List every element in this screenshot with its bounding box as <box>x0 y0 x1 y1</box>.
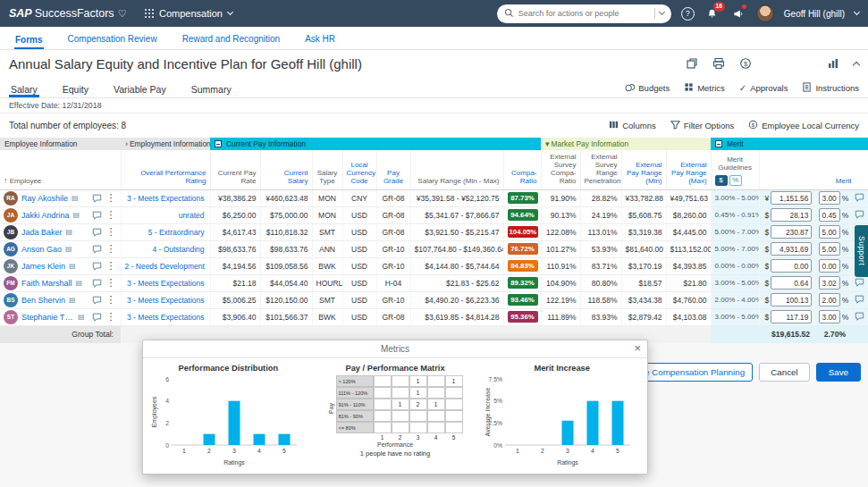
group-market-pay[interactable]: ▾Market Pay Information <box>541 138 711 150</box>
rating-link[interactable]: 3 - Meets Expectations <box>127 194 204 203</box>
comment-icon[interactable] <box>92 296 102 305</box>
col-merit[interactable]: Merit <box>759 150 868 189</box>
expand-group-icon[interactable]: › <box>125 139 128 148</box>
group-employment-info[interactable]: ›Employment Information <box>121 138 210 150</box>
user-avatar[interactable] <box>756 4 774 22</box>
employee-name-link[interactable]: James Klein <box>21 262 65 271</box>
col-salary-range[interactable]: Salary Range (Min - Max) <box>410 150 503 189</box>
row-menu-icon[interactable]: ⋮ <box>105 260 117 272</box>
rating-link[interactable]: 3 - Meets Expectations <box>127 279 204 288</box>
support-tab[interactable]: Support <box>855 225 868 277</box>
merit-percent-input[interactable]: 0.45 <box>819 208 840 222</box>
employee-card-icon[interactable]: ▤ <box>65 245 72 253</box>
col-current-pay-rate[interactable]: Current Pay Rate <box>210 150 260 189</box>
comment-icon[interactable] <box>92 211 102 220</box>
module-switcher[interactable]: Compensation <box>145 8 232 19</box>
employee-local-currency-button[interactable]: $Employee Local Currency <box>748 120 859 131</box>
global-search[interactable] <box>497 4 671 23</box>
print-icon[interactable] <box>712 57 725 70</box>
row-menu-icon[interactable]: ⋮ <box>105 226 117 238</box>
merit-percent-input[interactable]: 3.00 <box>819 310 840 323</box>
employee-name-link[interactable]: Jakki Andrina <box>21 211 70 220</box>
merit-amount-input[interactable]: 0.64 <box>771 276 812 290</box>
row-menu-icon[interactable]: ⋮ <box>105 294 117 306</box>
action-approvals[interactable]: ✓Approvals <box>739 83 788 93</box>
row-menu-icon[interactable]: ⋮ <box>105 311 117 323</box>
insights-chart-icon[interactable] <box>827 57 839 70</box>
filter-options-button[interactable]: Filter Options <box>670 120 735 131</box>
collapse-group-chevron-icon[interactable]: ▾ <box>545 139 550 148</box>
merit-percent-input[interactable]: 2.00 <box>819 293 840 306</box>
nav-item-forms[interactable]: Forms <box>14 30 44 50</box>
merit-amount-input[interactable]: 4,931.69 <box>771 242 812 256</box>
col-external-survey-range-penetration[interactable]: External Survey Range Penetration <box>580 150 621 189</box>
columns-button[interactable]: Columns <box>609 120 656 131</box>
employee-name-link[interactable]: Ben Shervin <box>21 296 65 305</box>
merit-comment-icon[interactable] <box>855 193 864 202</box>
help-icon[interactable]: ? <box>681 7 695 21</box>
nav-item-ask-hr[interactable]: Ask HR <box>304 29 336 49</box>
merit-percent-input[interactable]: 3.02 <box>819 276 840 290</box>
comment-icon[interactable] <box>92 228 102 237</box>
row-menu-icon[interactable]: ⋮ <box>105 243 117 255</box>
employee-card-icon[interactable]: ▤ <box>76 279 83 287</box>
comment-icon[interactable] <box>92 279 102 288</box>
merit-comment-icon[interactable] <box>855 312 864 321</box>
employee-name-link[interactable]: Ray Akoshile <box>21 194 68 203</box>
col-external-pay-range-max[interactable]: External Pay Range (Max) <box>666 150 711 189</box>
user-menu-chevron-icon[interactable] <box>854 9 860 15</box>
col-external-pay-range-min[interactable]: External Pay Range (Min) <box>621 150 666 189</box>
col-current-salary[interactable]: Current Salary <box>260 150 312 189</box>
merit-percent-input[interactable]: 5.00 <box>819 225 840 239</box>
employee-card-icon[interactable]: ▤ <box>72 194 79 202</box>
employee-card-icon[interactable]: ▤ <box>66 228 73 236</box>
row-menu-icon[interactable]: ⋮ <box>105 277 117 289</box>
rating-link[interactable]: 4 - Outstanding <box>152 245 204 254</box>
merit-percent-input[interactable]: 3.00 <box>819 191 840 205</box>
col-salary-type[interactable]: Salary Type <box>312 150 342 189</box>
tab-variable-pay[interactable]: Variable Pay <box>112 81 168 97</box>
search-scope-chevron-icon[interactable] <box>659 9 665 15</box>
merit-amount-input[interactable]: 0.00 <box>771 259 812 273</box>
close-icon[interactable]: × <box>634 341 641 355</box>
group-current-pay[interactable]: Current Pay Information <box>210 138 541 150</box>
collapse-header-icon[interactable] <box>854 60 859 68</box>
tab-salary[interactable]: Salary <box>9 81 39 97</box>
save-button[interactable]: Save <box>816 363 861 382</box>
rating-link[interactable]: unrated <box>179 211 205 220</box>
announcement-icon[interactable] <box>730 5 746 21</box>
employee-card-icon[interactable]: ▤ <box>78 313 85 321</box>
tab-summary[interactable]: Summary <box>190 81 233 97</box>
row-menu-icon[interactable]: ⋮ <box>105 192 117 204</box>
merit-percent-input[interactable]: 5.00 <box>819 242 840 256</box>
nav-item-reward-and-recognition[interactable]: Reward and Recognition <box>181 29 282 49</box>
row-menu-icon[interactable]: ⋮ <box>105 209 117 221</box>
comment-icon[interactable] <box>92 194 102 203</box>
col-local-currency-code[interactable]: Local Currency Code <box>342 150 376 189</box>
merit-amount-input[interactable]: 117.19 <box>771 310 812 323</box>
merit-amount-input[interactable]: 230.87 <box>771 225 812 239</box>
export-icon[interactable] <box>686 57 698 70</box>
comment-icon[interactable] <box>92 262 102 271</box>
col-compa-ratio[interactable]: Compa-Ratio <box>503 150 541 189</box>
comment-icon[interactable] <box>92 245 102 254</box>
merit-comment-icon[interactable] <box>855 210 864 219</box>
col-pay-grade[interactable]: Pay Grade <box>376 150 410 189</box>
currency-toggle-dollar[interactable]: $ <box>715 175 728 186</box>
col-overall-performance-rating[interactable]: Overall Performance Rating <box>121 150 210 189</box>
employee-card-icon[interactable]: ▤ <box>69 262 76 270</box>
merit-amount-input[interactable]: 100.13 <box>771 293 812 306</box>
rating-link[interactable]: 3 - Meets Expectations <box>127 313 204 322</box>
merit-amount-input[interactable]: 28.13 <box>771 208 812 222</box>
merit-amount-input[interactable]: 1,151.56 <box>771 191 812 205</box>
merit-comment-icon[interactable] <box>855 278 864 287</box>
nav-item-compensation-review[interactable]: Compensation Review <box>67 29 158 49</box>
merit-percent-input[interactable]: 0.00 <box>819 259 840 273</box>
collapse-group-icon[interactable] <box>215 140 222 147</box>
action-instructions[interactable]: Instructions <box>802 82 859 94</box>
cancel-button[interactable]: Cancel <box>759 363 810 382</box>
comment-icon[interactable] <box>92 313 102 322</box>
currency-toggle-percent[interactable]: % <box>729 175 742 186</box>
user-name[interactable]: Geoff Hill (ghill) <box>784 9 845 19</box>
action-metrics[interactable]: Metrics <box>684 82 725 94</box>
